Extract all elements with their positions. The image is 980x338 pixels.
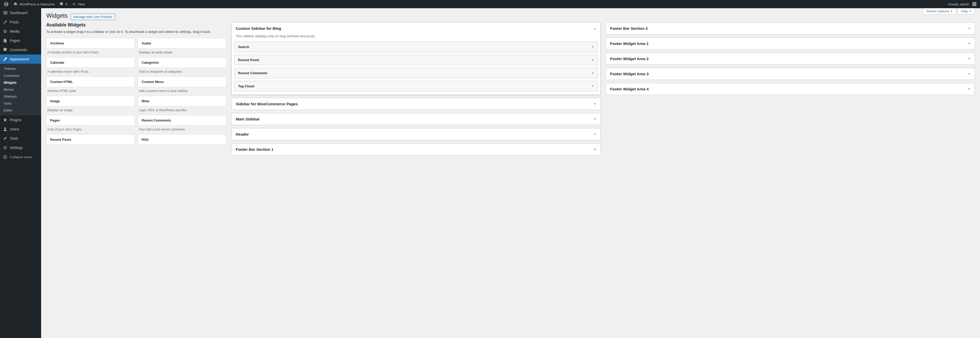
placed-widget[interactable]: Recent Posts▼ (234, 55, 598, 65)
wp-logo-menu[interactable] (2, 0, 11, 8)
widget-area-footer-bar-1: Footer Bar Section 1 ▼ (231, 143, 601, 156)
available-widgets-heading: Available Widgets (46, 22, 226, 28)
available-widget-desc: Login, RSS, & WordPress.org links. (138, 106, 226, 113)
widget-area-title: Footer Widget Area 4 (610, 87, 649, 91)
widget-area-main: Main Sidebar ▼ (231, 113, 601, 125)
user-icon (3, 127, 8, 132)
widget-area-header[interactable]: Header ▼ (232, 129, 600, 140)
widget-area-title: Footer Bar Section 2 (610, 26, 648, 30)
submenu-astra[interactable]: Astra (0, 100, 41, 107)
screen-options-label: Screen Options (926, 9, 950, 13)
wrench-icon (3, 136, 8, 141)
widget-area-title: Footer Widget Area 1 (610, 41, 649, 46)
plus-icon (72, 2, 76, 7)
plug-icon (3, 117, 8, 122)
screen-options-button[interactable]: Screen Options ▼ (923, 8, 956, 14)
widget-area-title: Main Sidebar (236, 117, 260, 121)
widget-area-header[interactable]: Custom Sidebar for Blog ▲ (232, 22, 600, 34)
menu-media[interactable]: Media (0, 27, 41, 36)
widget-area-header[interactable]: Footer Widget Area 3 ▼ (606, 68, 975, 79)
available-widget-desc: Displays an image. (46, 106, 135, 113)
my-account-menu[interactable]: Howdy, admin (946, 0, 978, 8)
available-widget[interactable]: Calendar (46, 57, 135, 68)
caret-down-icon: ▼ (593, 148, 596, 151)
available-widget-desc: A list or dropdown of categories. (138, 68, 226, 74)
submenu-widgets[interactable]: Widgets (0, 79, 41, 86)
menu-dashboard[interactable]: Dashboard (0, 8, 41, 17)
submenu-customize[interactable]: Customize (0, 72, 41, 79)
caret-up-icon: ▲ (593, 27, 596, 30)
widget-area-header[interactable]: Footer Widget Area 1 ▼ (606, 38, 975, 49)
page-title: Widgets (46, 8, 68, 21)
widget-area-header[interactable]: Main Sidebar ▼ (232, 113, 600, 125)
available-widget[interactable]: Audio (138, 38, 226, 49)
widget-area-header[interactable]: Sidebar for WooCommerce Pages ▼ (232, 98, 600, 109)
caret-down-icon: ▼ (968, 57, 970, 60)
widget-area-header[interactable]: Footer Widget Area 2 ▼ (606, 53, 975, 65)
widget-area-header[interactable]: Footer Widget Area 4 ▼ (606, 83, 975, 95)
menu-posts[interactable]: Posts (0, 17, 41, 27)
menu-label: Media (10, 29, 19, 33)
available-widget-desc: Your site's most recent comments. (138, 125, 226, 132)
collapse-label: Collapse menu (10, 155, 32, 159)
submenu-themes[interactable]: Themes (0, 65, 41, 72)
available-widget-desc: A monthly archive of your site's Posts. (46, 49, 135, 55)
admin-menu: Dashboard Posts Media Pages Comments App… (0, 8, 41, 338)
widget-area-fwa3: Footer Widget Area 3 ▼ (606, 68, 975, 80)
menu-label: Posts (10, 20, 19, 24)
menu-tools[interactable]: Tools (0, 134, 41, 143)
comments-menu[interactable]: 0 (57, 0, 69, 8)
menu-plugins[interactable]: Plugins (0, 115, 41, 125)
menu-comments[interactable]: Comments (0, 45, 41, 54)
collapse-icon (3, 154, 8, 160)
available-widget[interactable]: Recent Comments (138, 115, 226, 125)
placed-widget[interactable]: Tag Cloud▼ (234, 81, 598, 91)
brush-icon (3, 57, 8, 62)
available-widget[interactable]: Recent Posts (46, 134, 135, 145)
widget-area-desc: This sidebar displays only on blog archi… (232, 34, 600, 41)
home-icon (13, 2, 18, 7)
widget-area-custom-sidebar: Custom Sidebar for Blog ▲ This sidebar d… (231, 22, 601, 95)
widget-area-title: Footer Widget Area 2 (610, 57, 649, 61)
widget-area-header[interactable]: Footer Bar Section 2 ▼ (606, 22, 975, 34)
caret-down-icon: ▼ (968, 87, 970, 90)
menu-settings[interactable]: Settings (0, 143, 41, 152)
available-widget[interactable]: Archives (46, 38, 135, 49)
caret-down-icon: ▼ (591, 85, 594, 87)
menu-appearance[interactable]: Appearance (0, 54, 41, 64)
submenu-sidebars[interactable]: Sidebars (0, 93, 41, 100)
available-widgets-desc: To activate a widget drag it to a sideba… (46, 29, 226, 35)
available-widget[interactable]: Image (46, 96, 135, 106)
caret-down-icon: ▼ (591, 46, 594, 48)
available-widget[interactable]: Pages (46, 115, 135, 125)
media-icon (3, 29, 8, 34)
caret-down-icon: ▼ (968, 72, 970, 75)
collapse-menu[interactable]: Collapse menu (0, 152, 41, 162)
caret-down-icon: ▼ (950, 10, 953, 13)
available-widget[interactable]: Meta (138, 96, 226, 106)
submenu-editor[interactable]: Editor (0, 107, 41, 114)
placed-widget-title: Search (238, 45, 249, 49)
pin-icon (3, 19, 8, 25)
widget-area-woo: Sidebar for WooCommerce Pages ▼ (231, 98, 601, 110)
widget-area-header-area: Header ▼ (231, 128, 601, 140)
caret-down-icon: ▼ (969, 10, 972, 13)
help-button[interactable]: Help ▼ (958, 8, 975, 14)
submenu-menus[interactable]: Menus (0, 86, 41, 93)
new-content-menu[interactable]: New (69, 0, 87, 8)
menu-users[interactable]: Users (0, 125, 41, 134)
widget-area-fwa1: Footer Widget Area 1 ▼ (606, 38, 975, 49)
available-widget[interactable]: Categories (138, 57, 226, 68)
menu-pages[interactable]: Pages (0, 36, 41, 45)
content-area: Screen Options ▼ Help ▼ Widgets Manage w… (41, 8, 980, 338)
live-preview-button[interactable]: Manage with Live Preview (71, 14, 115, 20)
svg-point-0 (3, 156, 7, 159)
available-widget[interactable]: Custom Menu (138, 76, 226, 87)
available-widget[interactable]: Custom HTML (46, 76, 135, 87)
site-name-menu[interactable]: WordPress is Awesome (11, 0, 57, 8)
widget-area-header[interactable]: Footer Bar Section 1 ▼ (232, 144, 600, 155)
available-widget[interactable]: RSS (138, 134, 226, 145)
placed-widget[interactable]: Recent Comments▼ (234, 68, 598, 78)
placed-widget[interactable]: Search▼ (234, 41, 598, 52)
caret-down-icon: ▼ (968, 42, 970, 45)
